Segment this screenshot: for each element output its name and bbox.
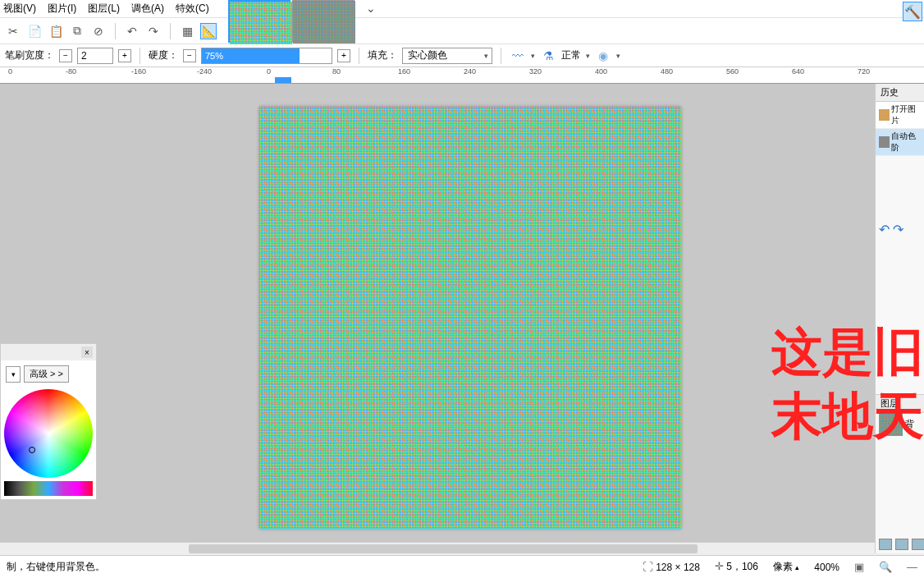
close-icon[interactable]: × bbox=[81, 346, 93, 358]
cursor-icon: ✛ bbox=[715, 560, 724, 572]
flask-icon[interactable]: ⚗ bbox=[540, 48, 556, 64]
history-item-open[interactable]: 打开图片 bbox=[876, 102, 924, 129]
folder-icon bbox=[879, 109, 890, 121]
grid-icon[interactable]: ▦ bbox=[179, 23, 195, 39]
separator bbox=[115, 23, 116, 39]
redo-icon[interactable]: ↷ bbox=[145, 23, 162, 39]
canvas[interactable] bbox=[259, 107, 681, 529]
dimensions-icon: ⛶ bbox=[643, 561, 653, 573]
cut-icon[interactable]: ✂ bbox=[5, 23, 21, 39]
menubar: 视图(V) 图片(I) 图层(L) 调色(A) 特效(C) bbox=[0, 0, 924, 18]
document-thumbnails: ⌄ bbox=[228, 0, 379, 43]
history-panel-title: 历史 bbox=[876, 84, 924, 102]
scrollbar-thumb[interactable] bbox=[189, 544, 698, 553]
status-coords: 5，106 bbox=[726, 561, 758, 572]
menu-adjust[interactable]: 调色(A) bbox=[131, 2, 164, 16]
statusbar: 制，右键使用背景色。 ⛶ 128 × 128 ✛ 5，106 像素 ▴ 400%… bbox=[0, 555, 924, 578]
antialias-icon[interactable]: 〰 bbox=[510, 48, 526, 64]
chevron-down-icon[interactable]: ▾ bbox=[531, 52, 535, 60]
tools-toggle-button[interactable]: 🔨 bbox=[903, 2, 922, 21]
chevron-down-icon[interactable]: ▾ bbox=[586, 52, 590, 60]
menu-effect[interactable]: 特效(C) bbox=[176, 2, 209, 16]
separator bbox=[170, 23, 171, 39]
layer-btn-1[interactable] bbox=[879, 539, 892, 550]
status-zoom[interactable]: 400% bbox=[814, 562, 839, 573]
crop-icon[interactable]: ⧉ bbox=[69, 23, 85, 39]
layer-btn-3[interactable] bbox=[912, 539, 924, 550]
brush-width-decrease[interactable]: − bbox=[59, 49, 72, 62]
brush-width-increase[interactable]: + bbox=[118, 49, 131, 62]
layers-icon[interactable]: ◉ bbox=[595, 48, 611, 64]
thumbs-more-icon[interactable]: ⌄ bbox=[363, 0, 379, 16]
separator bbox=[501, 48, 501, 64]
copy-icon[interactable]: 📄 bbox=[26, 23, 43, 39]
separator bbox=[359, 48, 359, 64]
zoom-slider-icon[interactable]: — bbox=[907, 561, 917, 573]
brush-width-label: 笔刷宽度： bbox=[5, 48, 54, 62]
fill-label: 填充： bbox=[368, 48, 397, 62]
fill-dropdown[interactable]: 实心颜色 bbox=[402, 48, 492, 64]
main-toolbar: ✂ 📄 📋 ⧉ ⊘ ↶ ↷ ▦ 📐 bbox=[0, 18, 924, 44]
separator bbox=[140, 48, 140, 64]
hardness-decrease[interactable]: − bbox=[183, 49, 196, 62]
annotation-text: 这是旧 末地天 bbox=[771, 320, 924, 447]
hardness-slider[interactable]: 75% bbox=[201, 48, 332, 64]
right-panel: 历史 打开图片 自动色阶 ↶ ↷ 图层 背 bbox=[875, 84, 924, 553]
history-buttons: ↶ ↷ bbox=[879, 222, 903, 237]
undo-icon[interactable]: ↶ bbox=[124, 23, 140, 39]
ruler-marker bbox=[275, 77, 291, 84]
menu-image[interactable]: 图片(I) bbox=[48, 2, 76, 16]
hardness-label: 硬度： bbox=[149, 48, 178, 62]
layer-action-buttons bbox=[879, 539, 924, 550]
chevron-down-icon[interactable]: ▾ bbox=[616, 52, 620, 60]
history-item-autolevels[interactable]: 自动色阶 bbox=[876, 129, 924, 156]
horizontal-ruler: 0 -80 -160 -240 0 80 160 240 320 400 480… bbox=[0, 67, 924, 84]
horizontal-scrollbar[interactable] bbox=[0, 542, 875, 555]
brush-width-input[interactable] bbox=[77, 48, 113, 64]
menu-view[interactable]: 视图(V) bbox=[3, 2, 36, 16]
color-mode-dropdown[interactable]: ▾ bbox=[6, 366, 21, 383]
undo-icon[interactable]: ↶ bbox=[879, 222, 890, 237]
status-hint: 制，右键使用背景色。 bbox=[7, 560, 105, 574]
ruler-icon[interactable]: 📐 bbox=[200, 23, 217, 39]
advanced-button[interactable]: 高级 > > bbox=[24, 365, 69, 383]
redo-icon[interactable]: ↷ bbox=[893, 222, 903, 237]
layer-btn-2[interactable] bbox=[895, 539, 908, 550]
status-unit[interactable]: 像素 bbox=[773, 561, 793, 572]
paste-icon[interactable]: 📋 bbox=[48, 23, 64, 39]
workspace[interactable] bbox=[0, 84, 875, 553]
fit-icon[interactable]: ▣ bbox=[854, 561, 864, 573]
status-dimensions: 128 × 128 bbox=[656, 562, 700, 573]
hardness-increase[interactable]: + bbox=[337, 49, 350, 62]
options-toolbar: 笔刷宽度： − + 硬度： − 75% + 填充： 实心颜色 〰 ▾ ⚗ 正常 … bbox=[0, 44, 924, 67]
hardness-value: 75% bbox=[202, 48, 300, 63]
deselect-icon[interactable]: ⊘ bbox=[90, 23, 107, 39]
color-wheel[interactable] bbox=[4, 389, 93, 478]
doc-thumb-1[interactable] bbox=[228, 0, 290, 43]
color-wheel-cursor bbox=[29, 447, 35, 453]
menu-layer[interactable]: 图层(L) bbox=[88, 2, 120, 16]
color-picker-panel: × ▾ 高级 > > bbox=[0, 343, 97, 500]
doc-thumb-2[interactable] bbox=[292, 0, 355, 43]
color-strip[interactable] bbox=[4, 481, 93, 496]
blend-mode-label: 正常 bbox=[561, 48, 581, 62]
levels-icon bbox=[879, 136, 890, 148]
zoom-out-icon[interactable]: 🔍 bbox=[879, 561, 892, 573]
